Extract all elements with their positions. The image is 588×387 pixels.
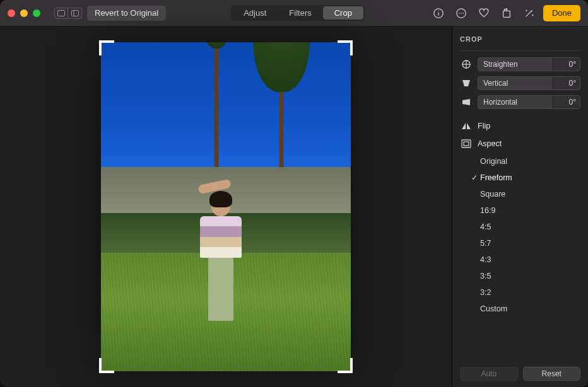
hide-thumbnails-button[interactable] [54, 8, 68, 19]
horizontal-control: Horizontal 0° [460, 95, 580, 109]
more-button[interactable] [452, 4, 470, 22]
divider [460, 50, 580, 51]
crop-handle-bottom-right[interactable] [338, 358, 353, 373]
svg-rect-0 [58, 10, 65, 16]
aspect-option-custom[interactable]: Custom [462, 301, 580, 317]
aspect-option-3-2[interactable]: 3:2 [462, 284, 580, 301]
aspect-option-label: 3:5 [480, 272, 491, 280]
vertical-control: Vertical 0° [460, 76, 580, 90]
aspect-option-label: 4:3 [480, 255, 491, 264]
svg-point-7 [459, 13, 460, 14]
vertical-label: Vertical [478, 79, 551, 88]
svg-marker-16 [462, 123, 466, 129]
aspect-icon [460, 138, 473, 149]
crop-handle-top-right[interactable] [338, 40, 353, 55]
svg-marker-17 [467, 123, 471, 129]
vertical-perspective-icon [460, 78, 473, 89]
aspect-option-16-9[interactable]: 16:9 [462, 202, 580, 219]
svg-point-8 [461, 13, 462, 14]
aspect-label: Aspect [478, 139, 502, 148]
straighten-icon [460, 59, 473, 70]
info-button[interactable] [430, 4, 447, 22]
done-button[interactable]: Done [543, 5, 580, 21]
sidebar-view-toggle [54, 8, 82, 19]
rotate-button[interactable] [498, 4, 515, 22]
aspect-ratio-list: Original✓FreeformSquare16:94:55:74:33:53… [462, 153, 580, 317]
flip-label: Flip [478, 122, 490, 130]
aspect-option-label: 5:7 [480, 239, 491, 248]
aspect-option-5-7[interactable]: 5:7 [462, 235, 580, 251]
flip-icon [460, 120, 473, 132]
svg-rect-18 [462, 140, 471, 147]
straighten-label: Straighten [478, 60, 551, 69]
photo-preview [101, 42, 351, 371]
reset-button[interactable]: Reset [523, 367, 581, 381]
flip-button[interactable]: Flip [460, 120, 580, 132]
crop-inspector: CROP Straighten 0° Vertical 0° [452, 26, 588, 387]
aspect-option-3-5[interactable]: 3:5 [462, 268, 580, 284]
svg-point-9 [462, 13, 464, 14]
straighten-field[interactable]: Straighten 0° [478, 57, 580, 71]
favorite-button[interactable] [475, 4, 493, 22]
aspect-option-label: 4:5 [480, 222, 491, 231]
horizontal-perspective-icon [460, 96, 473, 108]
tab-filters[interactable]: Filters [278, 6, 322, 20]
show-thumbnails-button[interactable] [68, 8, 82, 19]
checkmark-icon: ✓ [469, 173, 480, 182]
inspector-footer: Auto Reset [460, 367, 580, 381]
window-controls [8, 9, 40, 17]
minimize-window-button[interactable] [20, 9, 28, 17]
photo-subject-person [196, 193, 246, 326]
straighten-control: Straighten 0° [460, 57, 580, 71]
tab-crop[interactable]: Crop [323, 6, 363, 20]
svg-point-5 [438, 10, 438, 11]
aspect-option-label: 3:2 [480, 288, 491, 297]
aspect-option-freeform[interactable]: ✓Freeform [462, 170, 580, 186]
aspect-option-label: Freeform [480, 173, 512, 182]
vertical-field[interactable]: Vertical 0° [478, 76, 580, 90]
straighten-value: 0° [551, 58, 580, 71]
auto-button[interactable]: Auto [460, 367, 518, 381]
svg-rect-1 [71, 10, 78, 16]
aspect-option-square[interactable]: Square [462, 186, 580, 202]
svg-rect-10 [503, 11, 510, 17]
aspect-option-original[interactable]: Original [462, 153, 580, 170]
svg-marker-15 [462, 99, 470, 105]
aspect-section-header[interactable]: Aspect [460, 138, 580, 149]
aspect-option-4-5[interactable]: 4:5 [462, 219, 580, 235]
horizontal-field[interactable]: Horizontal 0° [478, 95, 580, 109]
crop-handle-bottom-left[interactable] [99, 358, 114, 373]
aspect-option-label: Custom [480, 304, 507, 313]
horizontal-label: Horizontal [478, 98, 551, 107]
toolbar: Revert to Original Adjust Filters Crop D… [0, 0, 588, 26]
svg-rect-19 [464, 142, 469, 146]
close-window-button[interactable] [8, 9, 15, 17]
horizontal-value: 0° [551, 96, 580, 108]
svg-marker-14 [462, 80, 470, 86]
photos-edit-window: Revert to Original Adjust Filters Crop D… [0, 0, 588, 387]
vertical-value: 0° [551, 77, 580, 90]
revert-to-original-button[interactable]: Revert to Original [87, 6, 166, 21]
crop-handle-top-left[interactable] [99, 40, 114, 55]
aspect-option-4-3[interactable]: 4:3 [462, 251, 580, 268]
aspect-option-label: 16:9 [480, 206, 495, 215]
aspect-option-label: Square [480, 190, 505, 199]
auto-enhance-button[interactable] [520, 4, 538, 22]
edit-mode-segmented-control: Adjust Filters Crop [231, 5, 365, 21]
crop-frame[interactable] [101, 42, 351, 371]
zoom-window-button[interactable] [33, 9, 40, 17]
editor-body: CROP Straighten 0° Vertical 0° [0, 26, 588, 387]
tab-adjust[interactable]: Adjust [232, 6, 278, 20]
inspector-title: CROP [460, 35, 580, 43]
canvas-area [0, 26, 452, 387]
aspect-option-label: Original [480, 157, 507, 166]
